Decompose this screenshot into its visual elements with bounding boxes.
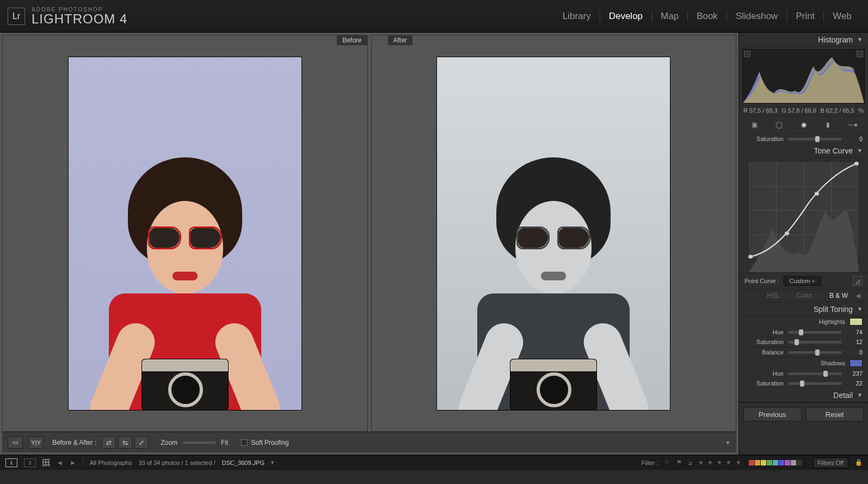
sh-sat-slider[interactable]: Saturation 22: [739, 378, 868, 388]
filters-off-button[interactable]: Filters Off: [813, 457, 848, 468]
brand-block: ADOBE PHOTOSHOP LIGHTROOM 4: [32, 7, 127, 26]
module-print[interactable]: Print: [787, 11, 824, 22]
soft-proof-toggle[interactable]: Soft Proofing: [241, 439, 288, 446]
filter-lock-icon[interactable]: 🔒: [855, 459, 863, 466]
lightroom-logo: Lr: [8, 8, 25, 25]
zoom-slider[interactable]: [183, 442, 216, 444]
point-curve-label: Point Curve :: [744, 278, 779, 284]
svg-point-2: [815, 192, 819, 195]
shadows-swatch[interactable]: [849, 359, 863, 367]
hl-sat-slider[interactable]: Saturation 12: [739, 337, 868, 347]
filename[interactable]: DSC_3609.JPG: [222, 460, 264, 466]
module-book[interactable]: Book: [688, 11, 727, 22]
previous-button[interactable]: Previous: [743, 407, 802, 421]
rgb-readout: R 57,5 / 65,3 G 57,8 / 66,6 B 62,2 / 65,…: [739, 106, 868, 115]
hl-sat-label: Saturation: [744, 339, 784, 345]
swap-left-icon[interactable]: ⇄: [102, 437, 116, 449]
point-curve-select[interactable]: Custom ÷: [784, 276, 821, 286]
module-web[interactable]: Web: [824, 11, 860, 22]
before-after-label: Before & After :: [52, 439, 96, 446]
rgb-b: B 62,2 / 65,5: [820, 107, 854, 114]
hsl-tab[interactable]: HSL: [765, 292, 781, 299]
color-tab[interactable]: Color: [795, 292, 815, 299]
compare-view-icon[interactable]: Y|Y: [28, 437, 44, 449]
next-photo-icon[interactable]: ►: [70, 459, 76, 467]
compare-row: Before After: [2, 35, 736, 432]
zoom-fit[interactable]: Fit: [221, 439, 228, 446]
target-adjust-icon[interactable]: ◿: [853, 276, 863, 286]
detail-header[interactable]: Detail ▼: [739, 388, 868, 402]
hl-hue-slider[interactable]: Hue 74: [739, 327, 868, 337]
chevron-down-icon: ▼: [857, 148, 863, 154]
chevron-left-icon: ◀: [853, 292, 863, 299]
toolbar-chevron-icon[interactable]: ▼: [725, 439, 731, 446]
module-slideshow[interactable]: Slideshow: [727, 11, 787, 22]
flag-reject-icon[interactable]: ⚑: [676, 459, 682, 466]
histogram[interactable]: [742, 49, 865, 103]
module-develop[interactable]: Develop: [600, 11, 652, 22]
before-label: Before: [337, 35, 367, 45]
hl-hue-val: 74: [846, 329, 863, 335]
spot-heal-icon[interactable]: ◯: [773, 118, 786, 131]
balance-val: 0: [846, 349, 863, 356]
module-library[interactable]: Library: [554, 11, 600, 22]
loupe-view-icon[interactable]: ▭: [8, 437, 23, 449]
saturation-partial[interactable]: Saturation 0: [739, 134, 868, 144]
svg-point-3: [854, 162, 859, 166]
rating-stars[interactable]: ★ ★ ★ ★ ★: [698, 459, 742, 466]
sh-sat-label: Saturation: [744, 380, 784, 387]
copy-settings-icon[interactable]: ⤢: [134, 437, 149, 449]
canvas-toolbar: ▭ Y|Y Before & After : ⇄ ⇆ ⤢ Zoom Fit So…: [2, 432, 736, 452]
redeye-icon[interactable]: ◉: [797, 118, 810, 131]
prev-photo-icon[interactable]: ◄: [57, 459, 63, 467]
after-photo[interactable]: [436, 57, 670, 411]
sh-hue-val: 237: [846, 370, 863, 377]
shadow-clip-icon[interactable]: [744, 51, 750, 57]
before-photo[interactable]: [68, 57, 302, 411]
highlights-label: Highlights: [744, 318, 845, 325]
zoom-label: Zoom: [161, 439, 177, 446]
panel-button-row: Previous Reset: [739, 402, 868, 426]
histogram-title: Histogram: [818, 35, 853, 44]
filter-label: Filter :: [642, 460, 658, 466]
highlights-swatch[interactable]: [849, 318, 863, 326]
status-bar: 1 2 ◄ ► All Photographs 33 of 34 photos …: [0, 455, 868, 470]
rgb-pct: %: [858, 107, 864, 114]
canvas-area: Before After: [0, 33, 738, 455]
highlights-subheader: Highlights: [739, 316, 868, 327]
detail-title: Detail: [833, 391, 853, 400]
split-toning-title: Split Toning: [814, 305, 853, 314]
chevron-down-icon: ▼: [857, 36, 863, 42]
module-map[interactable]: Map: [652, 11, 688, 22]
main-area: Before After: [0, 33, 868, 455]
tone-curve-canvas[interactable]: [748, 161, 859, 259]
reset-button[interactable]: Reset: [806, 407, 864, 421]
checkbox-icon[interactable]: [241, 439, 248, 446]
brush-icon[interactable]: ―●: [846, 118, 859, 131]
highlight-clip-icon[interactable]: [857, 51, 863, 57]
sat-val: 0: [846, 136, 863, 142]
split-toning-header[interactable]: Split Toning ▼: [739, 302, 868, 316]
bw-tab[interactable]: B & W: [827, 292, 850, 299]
sh-sat-val: 22: [846, 380, 863, 387]
collection-name[interactable]: All Photographs: [90, 460, 132, 466]
monitor-1-icon[interactable]: 1: [5, 458, 17, 467]
grid-icon[interactable]: [42, 459, 50, 467]
crop-icon[interactable]: ▣: [748, 118, 761, 131]
hl-sat-val: 12: [846, 339, 863, 345]
histogram-header[interactable]: Histogram ▼: [739, 33, 868, 47]
after-label: After: [388, 35, 413, 45]
color-label-chips[interactable]: [749, 460, 802, 465]
flag-pick-icon[interactable]: ⚐: [664, 459, 670, 466]
swap-right-icon[interactable]: ⇆: [118, 437, 132, 449]
tone-curve-header[interactable]: Tone Curve ▼: [739, 144, 868, 158]
balance-slider[interactable]: Balance 0: [739, 347, 868, 358]
module-picker: Library Develop Map Book Slideshow Print…: [554, 11, 860, 22]
sh-hue-slider[interactable]: Hue 237: [739, 369, 868, 378]
chevron-down-icon: ▼: [857, 392, 863, 398]
rgb-g: G 57,8 / 66,6: [781, 107, 816, 114]
sat-label: Saturation: [744, 136, 784, 142]
grad-filter-icon[interactable]: ▮: [822, 118, 835, 131]
shadows-label: Shadows: [744, 360, 845, 366]
monitor-2-icon[interactable]: 2: [24, 458, 36, 467]
